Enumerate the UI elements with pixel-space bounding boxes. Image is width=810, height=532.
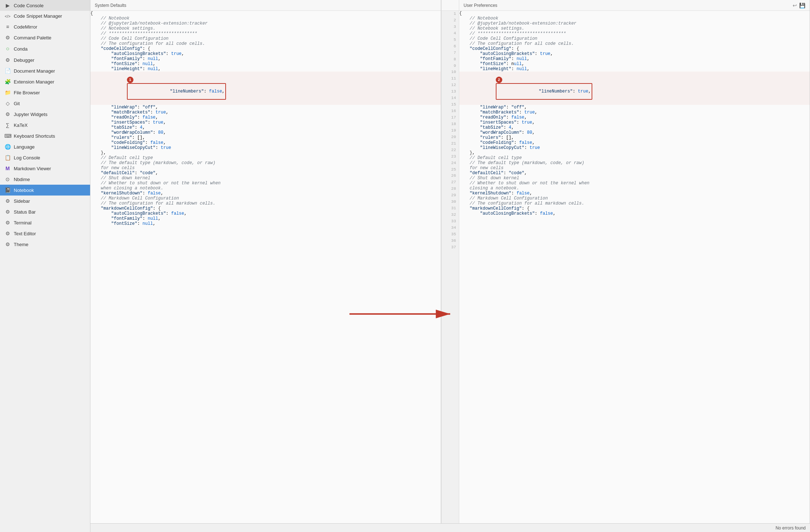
annotation-badge-2: 2 [496,77,502,83]
highlight-box-left: "lineNumbers": false, [127,83,226,100]
sidebar-item-file-browser[interactable]: 📁 File Browser [0,87,90,98]
table-row: // ********************************** [459,31,810,36]
sidebar-item-language[interactable]: 🌐 Language [0,141,90,152]
table-row: "codeCellConfig": { [90,46,441,51]
sidebar-item-label: Conda [14,46,27,52]
sidebar-item-label: Command Palette [14,35,51,40]
sidebar-item-jupyter-widgets[interactable]: ⚙ Jupyter Widgets [0,109,90,120]
table-row: // @jupyterlab/notebook-extension:tracke… [90,21,441,26]
sidebar-item-label: File Browser [14,90,40,95]
system-defaults-title: System Defaults [95,3,126,8]
sidebar-item-label: Git [14,101,20,106]
undo-icon[interactable]: ↩ [793,3,797,8]
table-row: "tabSize": 4, [459,125,810,130]
table-row: // Code Cell Configuration [90,36,441,41]
sidebar-item-label: KaTeX [14,123,27,128]
table-row: // The default type (markdown, code, or … [459,160,810,166]
table-row: "defaultCell": "code", [90,171,441,176]
table-row: // Markdown Cell Configuration [459,196,810,201]
sidebar-item-label: Debugger [14,57,34,63]
katex-icon: ∑ [4,122,11,128]
sidebar-item-label: Text Editor [14,231,36,236]
keyboard-shortcuts-icon: ⌨ [4,133,11,139]
sidebar-item-sidebar[interactable]: ⚙ Sidebar [0,196,90,206]
table-row: "fontSize": null, [90,61,441,66]
table-row: "readOnly": false, [459,115,810,120]
sidebar-item-label: Nbdime [14,177,30,182]
nbdime-icon: ⊙ [4,176,11,182]
system-defaults-code[interactable]: { // Notebook // @jupyterlab/notebook-ex… [90,11,441,523]
table-row: closing a notebook. [459,186,810,191]
jupyter-widgets-icon: ⚙ [4,111,11,117]
line-numbers-column: 1 2 3 4 5 6 7 8 9 10 11 12 13 14 15 16 1… [441,0,459,523]
table-row: "lineHeight": null, [459,66,810,72]
sidebar-item-git[interactable]: ◇ Git [0,98,90,109]
save-icon[interactable]: 💾 [799,3,805,8]
sidebar-item-notebook[interactable]: 📓 Notebook [0,185,90,196]
sidebar-item-text-editor[interactable]: ⚙ Text Editor [0,228,90,239]
sidebar-item-code-console[interactable]: ▶ Code Console [0,0,90,11]
notebook-icon: 📓 [4,187,11,193]
terminal-icon: ⚙ [4,220,11,226]
language-icon: 🌐 [4,144,11,150]
sidebar-item-label: Theme [14,242,28,247]
line-numbers-list: 1 2 3 4 5 6 7 8 9 10 11 12 13 14 15 16 1… [442,11,459,251]
table-row: "lineWrap": "off", [459,105,810,110]
sidebar-item-katex[interactable]: ∑ KaTeX [0,120,90,130]
status-bar-icon: ⚙ [4,209,11,215]
table-row: "kernelShutdown": false, [459,191,810,196]
line-numbers-header [442,0,459,11]
sidebar-item-keyboard-shortcuts[interactable]: ⌨ Keyboard Shortcuts [0,130,90,141]
table-row: "lineWrap": "off", [90,105,441,110]
table-row: "autoClosingBrackets": true, [459,51,810,56]
table-row: // The configuration for all code cells. [90,41,441,46]
table-row: "rulers": [], [459,135,810,140]
sidebar-item-label: Keyboard Shortcuts [14,133,55,139]
pane-actions: ↩ 💾 [793,3,805,8]
user-preferences-title: User Preferences [464,3,497,8]
sidebar-item-nbdime[interactable]: ⊙ Nbdime [0,174,90,185]
code-snippet-icon: </> [4,14,11,18]
table-row: // The configuration for all markdown ce… [90,201,441,206]
table-row: // Default cell type [90,155,441,160]
table-row: "kernelShutdown": false, [90,191,441,196]
table-row: when closing a notebook. [90,186,441,191]
sidebar-item-command-palette[interactable]: ⚙ Command Palette [0,32,90,43]
sidebar: ▶ Code Console </> Code Snippet Manager … [0,0,90,532]
sidebar-item-label: Sidebar [14,198,30,204]
sidebar-item-status-bar[interactable]: ⚙ Status Bar [0,206,90,217]
sidebar-item-label: CodeMirror [14,24,37,30]
codemirror-icon: ≡ [4,24,11,30]
system-defaults-table: { // Notebook // @jupyterlab/notebook-ex… [90,11,441,226]
sidebar-item-document-manager[interactable]: 📄 Document Manager [0,65,90,76]
markdown-icon: M [4,166,11,171]
table-row: // ********************************** [90,31,441,36]
sidebar-item-label: Notebook [14,188,34,193]
sidebar-item-label: Document Manager [14,68,55,74]
sidebar-item-markdown-viewer[interactable]: M Markdown Viewer [0,163,90,174]
sidebar-item-terminal[interactable]: ⚙ Terminal [0,217,90,228]
table-row: "markdownCellConfig": { [459,206,810,211]
sidebar-item-extension-manager[interactable]: 🧩 Extension Manager [0,76,90,87]
log-console-icon: 📋 [4,155,11,160]
sidebar-item-label: Log Console [14,155,40,160]
command-palette-icon: ⚙ [4,35,11,40]
table-row: }, [90,150,441,155]
annotation-badge-1: 1 [127,77,133,83]
sidebar-item-debugger[interactable]: ⚙ Debugger [0,55,90,65]
table-row: "codeCellConfig": { [459,46,810,51]
sidebar-item-label: Extension Manager [14,79,54,85]
table-row: "fontSize": null, [459,61,810,66]
sidebar-item-code-snippet-manager[interactable]: </> Code Snippet Manager [0,11,90,21]
document-manager-icon: 📄 [4,68,11,74]
sidebar-item-label: Code Console [14,3,43,8]
sidebar-item-log-console[interactable]: 📋 Log Console [0,152,90,163]
table-row: // The configuration for all markdown ce… [459,201,810,206]
sidebar-item-label: Language [14,144,35,150]
sidebar-item-theme[interactable]: ⚙ Theme [0,239,90,250]
table-row: // Notebook [459,16,810,21]
sidebar-item-codemirror[interactable]: ≡ CodeMirror [0,21,90,32]
sidebar-item-conda[interactable]: ○ Conda [0,43,90,55]
user-preferences-code[interactable]: { // Notebook // @jupyterlab/notebook-ex… [459,11,810,523]
table-row: "codeFolding": false, [459,140,810,145]
